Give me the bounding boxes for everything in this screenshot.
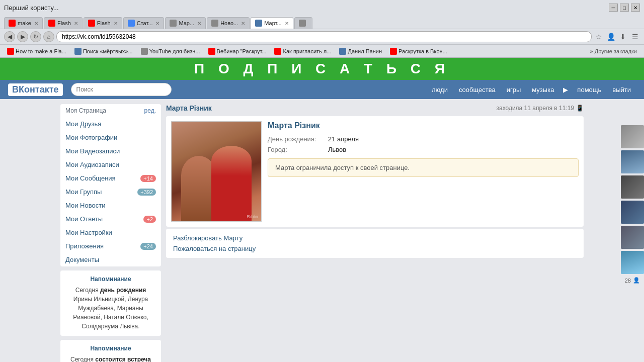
sidebar-edit-label[interactable]: ред. <box>144 107 156 114</box>
sidebar-item-groups[interactable]: Мои Группы +392 <box>60 185 161 199</box>
bookmarks-more[interactable]: » Другие закладки <box>587 47 640 55</box>
browser-tab[interactable]: Flash ✕ <box>44 17 83 29</box>
sidebar-item-label: Мои Видеозаписи <box>65 147 120 155</box>
sidebar-item-videos[interactable]: Мои Видеозаписи <box>60 144 161 158</box>
browser-tab-active[interactable]: Март... ✕ <box>251 17 293 29</box>
thumbnail-4[interactable] <box>621 201 644 224</box>
bookmark-favicon <box>7 48 14 55</box>
profile-info: Марта Різник День рождения: 21 апреля Го… <box>268 121 579 222</box>
vk-nav-people[interactable]: люди <box>427 84 453 96</box>
thumbnail-1[interactable] <box>621 125 644 148</box>
restricted-section: Марта ограничила доступ к своей странице… <box>268 158 579 177</box>
back-button[interactable]: ◀ <box>4 31 15 42</box>
thumbnail-5[interactable] <box>621 226 644 249</box>
vk-sidebar: Моя Страница ред. Мои Друзья Мои Фотогра… <box>60 104 161 362</box>
sidebar-item-label: Документы <box>65 256 99 263</box>
bookmark-item[interactable]: Раскрутка в Вкон... <box>387 47 450 56</box>
bookmark-favicon <box>390 48 397 55</box>
bookmark-label: Как пригласить л... <box>283 48 331 54</box>
home-button[interactable]: ⌂ <box>43 31 54 42</box>
sidebar-item-label: Мои Новости <box>65 202 105 209</box>
person-icon[interactable]: 👤 <box>606 32 616 42</box>
bookmark-star-icon[interactable]: ☆ <box>594 32 604 42</box>
thumbnail-3[interactable] <box>621 175 644 199</box>
browser-tab[interactable]: Мар... ✕ <box>165 17 206 29</box>
restricted-box: Марта ограничила доступ к своей странице… <box>268 158 579 177</box>
sidebar-item-label: Приложения <box>65 242 104 250</box>
report-link[interactable]: Пожаловаться на страницу <box>173 243 577 254</box>
sidebar-item-apps[interactable]: Приложения +24 <box>60 239 161 253</box>
sidebar-item-news[interactable]: Мои Новости <box>60 199 161 212</box>
reload-button[interactable]: ↻ <box>30 31 41 42</box>
tab-label: Ново... <box>220 20 238 26</box>
vk-logo[interactable]: ВКонтакте <box>8 83 63 96</box>
profile-name-header: Марта Різник <box>166 104 212 112</box>
apps-badge: +24 <box>140 243 156 250</box>
browser-tab[interactable]: Ново... ✕ <box>207 17 250 29</box>
bookmark-item[interactable]: YouTube для бизн... <box>138 47 203 56</box>
browser-tab[interactable]: make ✕ <box>4 17 43 29</box>
browser-tab[interactable] <box>294 17 312 29</box>
address-bar[interactable] <box>56 31 592 42</box>
vk-nav-more-icon[interactable]: ▶ <box>560 84 571 96</box>
nav-icons: ☆ 👤 ⬇ ☰ <box>594 32 640 42</box>
bookmark-label: Поиск «мёртвых»... <box>83 48 133 54</box>
sidebar-item-label: Мои Ответы <box>65 215 103 223</box>
birthday-value: 21 апреля <box>328 135 359 143</box>
tab-close[interactable]: ✕ <box>241 21 245 26</box>
bookmark-favicon <box>74 48 82 55</box>
vk-nav-help[interactable]: помощь <box>572 84 606 96</box>
tab-close[interactable]: ✕ <box>197 21 201 26</box>
profile-header: Марта Різник заходила 11 апреля в 11:19 … <box>166 104 584 112</box>
vk-nav-logout[interactable]: выйти <box>607 84 636 96</box>
vk-nav-music[interactable]: музыка <box>527 84 559 96</box>
unblock-link[interactable]: Разблокировать Марту <box>173 233 577 243</box>
sidebar-item-answers[interactable]: Мои Ответы +2 <box>60 212 161 226</box>
thumbnail-2[interactable] <box>621 150 644 173</box>
sidebar-my-page[interactable]: Моя Страница ред. <box>60 104 161 117</box>
sidebar-item-messages[interactable]: Мои Сообщения +14 <box>60 171 161 185</box>
forward-button[interactable]: ▶ <box>17 31 28 42</box>
tab-label: Мар... <box>179 20 194 26</box>
bookmark-favicon <box>208 48 215 55</box>
profile-full-name: Марта Різник <box>268 121 579 130</box>
bookmark-item[interactable]: Как пригласить л... <box>271 47 334 56</box>
browser-title: Перший користу... <box>4 4 59 12</box>
bookmark-label: How to make a Fla... <box>16 48 66 54</box>
browser-tabs: make ✕ Flash ✕ Flash ✕ Стат... ✕ Мар... … <box>0 15 644 29</box>
bookmark-item[interactable]: Вебинар "Раскрут... <box>205 47 270 56</box>
vk-search-input[interactable] <box>71 83 172 96</box>
download-icon[interactable]: ⬇ <box>618 32 628 42</box>
settings-icon[interactable]: ☰ <box>630 32 640 42</box>
tab-favicon <box>48 20 55 27</box>
minimize-button[interactable]: ─ <box>609 4 618 12</box>
tab-close[interactable]: ✕ <box>74 21 78 26</box>
sidebar-item-settings[interactable]: Мои Настройки <box>60 226 161 239</box>
tab-close[interactable]: ✕ <box>285 21 289 26</box>
bookmark-item[interactable]: How to make a Fla... <box>4 47 69 56</box>
browser-chrome: Перший користу... ─ □ ✕ make ✕ Flash ✕ F… <box>0 0 644 58</box>
tab-close[interactable]: ✕ <box>114 21 118 26</box>
bookmark-item[interactable]: Поиск «мёртвых»... <box>71 47 136 56</box>
sidebar-reminder-1: Напоминание Сегодня день рождения Ирины … <box>60 270 161 336</box>
bookmark-item[interactable]: Данил Панин <box>336 47 385 56</box>
tab-favicon <box>128 20 135 27</box>
sidebar-reminder-2: Напоминание Сегодня состоится встреча "И… <box>60 340 161 362</box>
sidebar-item-friends[interactable]: Мои Друзья <box>60 117 161 131</box>
maximize-button[interactable]: □ <box>620 4 629 12</box>
profile-actions: Разблокировать Марту Пожаловаться на стр… <box>166 229 584 258</box>
sidebar-item-docs[interactable]: Документы <box>60 253 161 266</box>
thumbnail-6[interactable] <box>621 251 644 274</box>
sidebar-item-label: Мои Аудиозаписи <box>65 161 119 168</box>
reminder2-title: Напоминание <box>65 345 156 352</box>
browser-navbar: ◀ ▶ ↻ ⌂ ☆ 👤 ⬇ ☰ <box>0 29 644 44</box>
browser-tab[interactable]: Стат... ✕ <box>123 17 165 29</box>
sidebar-item-audio[interactable]: Мои Аудиозаписи <box>60 158 161 171</box>
sidebar-item-photos[interactable]: Мои Фотографии <box>60 131 161 144</box>
vk-nav-games[interactable]: игры <box>502 84 526 96</box>
tab-close[interactable]: ✕ <box>34 21 38 26</box>
browser-tab[interactable]: Flash ✕ <box>84 17 122 29</box>
tab-close[interactable]: ✕ <box>155 21 159 26</box>
close-button[interactable]: ✕ <box>631 4 640 12</box>
vk-nav-communities[interactable]: сообщества <box>454 84 501 96</box>
